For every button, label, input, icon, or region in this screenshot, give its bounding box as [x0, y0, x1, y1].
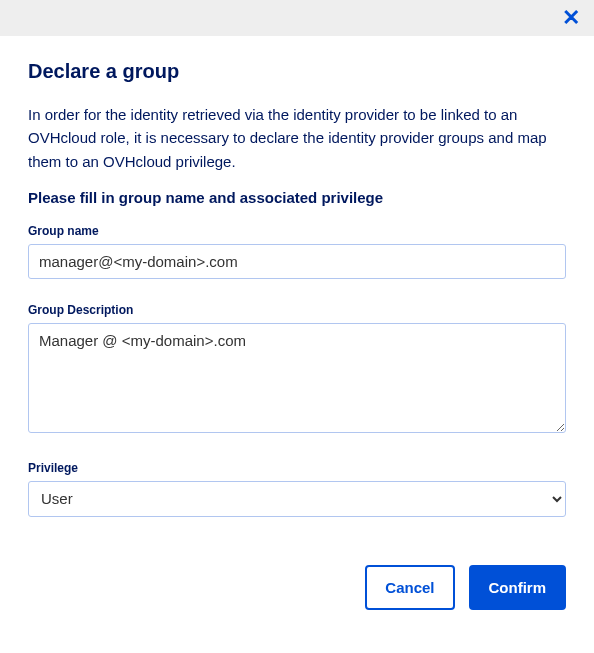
group-name-label: Group name: [28, 224, 566, 238]
privilege-select[interactable]: User: [28, 481, 566, 517]
group-description-input[interactable]: Manager @ <my-domain>.com: [28, 323, 566, 433]
privilege-field: Privilege User: [28, 461, 566, 517]
dialog-intro-text: In order for the identity retrieved via …: [28, 103, 566, 173]
confirm-button[interactable]: Confirm: [469, 565, 567, 610]
group-description-label: Group Description: [28, 303, 566, 317]
cancel-button[interactable]: Cancel: [365, 565, 454, 610]
group-name-field: Group name: [28, 224, 566, 279]
dialog-button-row: Cancel Confirm: [28, 565, 566, 610]
dialog-header-bar: ✕: [0, 0, 594, 36]
dialog-content: Declare a group In order for the identit…: [0, 36, 594, 630]
dialog-subtitle: Please fill in group name and associated…: [28, 189, 566, 206]
close-icon[interactable]: ✕: [558, 3, 584, 33]
privilege-label: Privilege: [28, 461, 566, 475]
group-description-field: Group Description Manager @ <my-domain>.…: [28, 303, 566, 437]
group-name-input[interactable]: [28, 244, 566, 279]
dialog-title: Declare a group: [28, 60, 566, 83]
